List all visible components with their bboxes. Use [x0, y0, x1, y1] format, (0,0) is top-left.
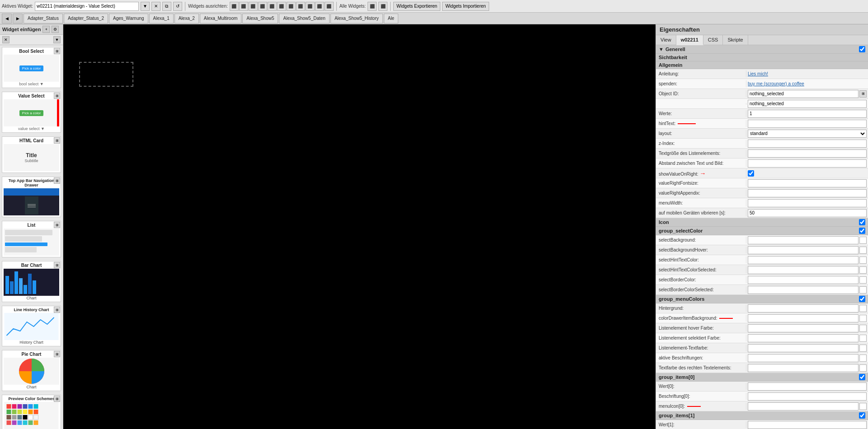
- group-items1-checkbox[interactable]: [859, 412, 865, 419]
- selectbordercolorsel-input[interactable]: [748, 286, 859, 294]
- alle-widgets-lock-btn[interactable]: ⬛: [378, 2, 387, 11]
- section-group-selectcolor[interactable]: group_selectColor: [656, 227, 868, 235]
- widget-card-line-history-chart[interactable]: Line History Chart ⊞ History Chart: [2, 306, 61, 346]
- widget-card-bar-chart[interactable]: Bar Chart ⊞ Chart: [2, 261, 61, 302]
- colordrawer-color-btn[interactable]: [859, 315, 867, 322]
- rp-tab-css[interactable]: CSS: [703, 35, 723, 45]
- colordrawer-input[interactable]: [748, 314, 859, 322]
- section-sichtbarkeit[interactable]: Sichtbarkeit: [656, 54, 868, 61]
- tab-nav-back[interactable]: ◀: [2, 14, 12, 23]
- size-width-btn[interactable]: ⬛: [315, 2, 324, 11]
- align-right-btn[interactable]: ⬛: [249, 2, 258, 11]
- alle-widgets-btn[interactable]: ⬛: [368, 2, 377, 11]
- group-selectcolor-checkbox[interactable]: [859, 228, 865, 234]
- selectbg-input[interactable]: [748, 236, 859, 244]
- selecthintcolorsel-input[interactable]: [748, 266, 859, 274]
- tab-adapter-status[interactable]: Adapter_Status: [24, 14, 63, 23]
- hintergrund-input[interactable]: [748, 304, 859, 312]
- textgroesse-input[interactable]: [748, 149, 867, 158]
- selectbghover-input[interactable]: [748, 246, 859, 254]
- rp-tab-skripte[interactable]: Skripte: [723, 35, 748, 45]
- widget-card-value-select[interactable]: Value Select ⊞ Pick a color value select…: [2, 92, 61, 133]
- tab-alexa-2[interactable]: Alexa_2: [175, 14, 199, 23]
- tab-alexa-show5[interactable]: Alexa_Show5: [242, 14, 278, 23]
- align-center-v-btn[interactable]: ⬛: [268, 2, 277, 11]
- selectbghover-color-btn[interactable]: [859, 247, 867, 254]
- listenselektiert-input[interactable]: [748, 334, 859, 342]
- menuicon0-color-btn[interactable]: [859, 403, 867, 410]
- listenhover-input[interactable]: [748, 324, 859, 332]
- listentextfarbe-color-btn[interactable]: [859, 345, 867, 352]
- valuefontsize-input[interactable]: [748, 179, 867, 187]
- tab-alexa-multiroom[interactable]: Alexa_Multiroom: [200, 14, 241, 23]
- rp-tab-w02211[interactable]: w02211: [676, 35, 703, 45]
- pie-chart-corner-btn[interactable]: ⊞: [54, 351, 60, 357]
- section-group-items0[interactable]: group_items[0]: [656, 373, 868, 382]
- list-corner-btn[interactable]: ⊞: [54, 222, 60, 228]
- widget-card-color-schemes[interactable]: Preview Color Schemes ⊞: [2, 395, 61, 429]
- line-history-chart-corner-btn[interactable]: ⊞: [54, 307, 60, 313]
- sidebar-close-btn[interactable]: ✕: [2, 36, 9, 43]
- tab-alexa-show5-daten[interactable]: Alexa_Show5_Daten: [279, 14, 329, 23]
- listenhover-color-btn[interactable]: [859, 325, 867, 332]
- listentextfarbe-input[interactable]: [748, 344, 859, 352]
- widget-card-pie-chart[interactable]: Pie Chart ⊞ Chart: [2, 350, 61, 391]
- textfarbe-rechts-color-btn[interactable]: [859, 364, 867, 372]
- selectbordercolorsel-color-btn[interactable]: [859, 286, 867, 294]
- widget-btn-copy[interactable]: ⧉: [162, 2, 171, 11]
- rp-tab-view[interactable]: View: [656, 35, 676, 45]
- menuwidth-input[interactable]: [748, 199, 867, 207]
- abstand-input[interactable]: [748, 159, 867, 168]
- tab-nav-forward[interactable]: ▶: [13, 14, 23, 23]
- selectbordercolor-input[interactable]: [748, 276, 859, 284]
- menuicon0-input[interactable]: [748, 402, 859, 410]
- werte-input[interactable]: [748, 110, 867, 118]
- section-icon[interactable]: Icon: [656, 218, 868, 227]
- hinttext-input[interactable]: [748, 120, 867, 128]
- bool-select-corner-btn[interactable]: ⊞: [54, 48, 60, 54]
- section-generell[interactable]: ▼ Generell: [656, 45, 868, 54]
- canvas-area[interactable]: [63, 24, 656, 429]
- tab-ages-warnung[interactable]: Ages_Warnung: [109, 14, 148, 23]
- object-id-2-input[interactable]: [748, 100, 867, 108]
- aktivebeschriftungen-input[interactable]: [748, 354, 859, 362]
- value-select-corner-btn[interactable]: ⊞: [54, 93, 60, 99]
- widget-btn-1[interactable]: ▼: [141, 2, 150, 11]
- widget-input[interactable]: [35, 2, 139, 11]
- html-card-corner-btn[interactable]: ⊞: [54, 137, 60, 144]
- group-items0-checkbox[interactable]: [859, 374, 865, 380]
- distribute-h-btn[interactable]: ⬛: [287, 2, 296, 11]
- section-group-items1[interactable]: group_items[1]: [656, 411, 868, 420]
- selecthintcolor-color-btn[interactable]: [859, 256, 867, 264]
- aktivebeschriftungen-color-btn[interactable]: [859, 354, 867, 362]
- widget-card-list[interactable]: List ⊞: [2, 221, 61, 257]
- tab-alexa-show5-history[interactable]: Alexa_Show5_History: [330, 14, 383, 23]
- beschriftung0-input[interactable]: [748, 392, 867, 401]
- widget-card-html-card[interactable]: HTML Card ⊞ Title Subtitle: [2, 136, 61, 173]
- tab-adapter-status-2[interactable]: Adapter_Status_2: [64, 14, 108, 23]
- app-bar-corner-btn[interactable]: ⊞: [54, 177, 60, 184]
- layout-select[interactable]: standard: [748, 130, 867, 138]
- align-top-btn[interactable]: ⬛: [258, 2, 267, 11]
- align-bottom-btn[interactable]: ⬛: [277, 2, 286, 11]
- selectbg-color-btn[interactable]: [859, 237, 867, 244]
- selecthintcolorsel-color-btn[interactable]: [859, 266, 867, 274]
- tab-ale[interactable]: Ale: [384, 14, 398, 23]
- object-id-btn[interactable]: ⊞: [859, 90, 867, 98]
- color-schemes-corner-btn[interactable]: ⊞: [54, 396, 60, 402]
- widget-card-app-bar[interactable]: Top App Bar Navigation Drawer ⊞: [2, 177, 61, 217]
- zindex-input[interactable]: [748, 140, 867, 148]
- size-equal-btn[interactable]: ⬛: [306, 2, 315, 11]
- widget-btn-refresh[interactable]: ↺: [173, 2, 182, 11]
- textfarbe-rechts-input[interactable]: [748, 364, 859, 372]
- spenden-link[interactable]: buy me (scrounger) a coffee: [748, 81, 804, 86]
- widget-btn-clear[interactable]: ✕: [151, 2, 160, 11]
- group-menucolors-checkbox[interactable]: [859, 296, 865, 302]
- export-btn[interactable]: Widgets Exportieren: [393, 2, 440, 11]
- hintergrund-color-btn[interactable]: [859, 305, 867, 312]
- size-height-btn[interactable]: ⬛: [325, 2, 334, 11]
- distribute-v-btn[interactable]: ⬛: [296, 2, 305, 11]
- listenselektiert-color-btn[interactable]: [859, 335, 867, 342]
- anleitung-link[interactable]: Lies mich!: [748, 71, 768, 76]
- valueappendix-input[interactable]: [748, 189, 867, 197]
